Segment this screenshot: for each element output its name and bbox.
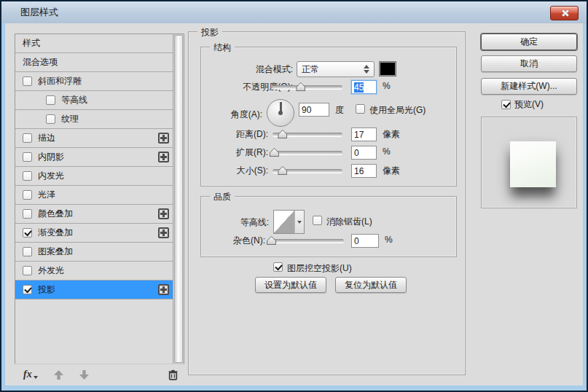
close-button[interactable] — [550, 6, 579, 20]
angle-dial[interactable] — [267, 99, 294, 127]
sidebar-item-styles[interactable]: 样式 — [15, 34, 173, 53]
noise-slider[interactable] — [270, 235, 344, 246]
new-style-button[interactable]: 新建样式(W)... — [481, 78, 577, 95]
move-effect-down-button[interactable] — [79, 370, 89, 380]
add-effect-icon[interactable] — [158, 208, 169, 219]
preview-label: 预览(V) — [514, 98, 544, 111]
fx-menu-caret-icon — [34, 376, 38, 379]
checkbox[interactable] — [23, 285, 32, 294]
sidebar-item-texture[interactable]: 纹理 — [15, 110, 173, 129]
dialog-body: 样式 混合选项 斜面和浮雕 等高线 纹理 描边 内阴影 内发光 光泽 颜色叠加 … — [5, 23, 583, 385]
slider-thumb[interactable] — [270, 148, 279, 157]
checkbox[interactable] — [23, 152, 32, 162]
sidebar-item-outer-glow[interactable]: 外发光 — [15, 262, 173, 281]
arrow-down-icon — [79, 370, 89, 380]
size-value: 16 — [354, 166, 364, 176]
sidebar-item-drop-shadow[interactable]: 投影 — [15, 281, 173, 299]
size-slider[interactable] — [273, 165, 342, 176]
slider-thumb[interactable] — [267, 236, 276, 245]
angle-input[interactable]: 90 — [299, 103, 329, 117]
reset-default-button[interactable]: 复位为默认值 — [335, 277, 407, 293]
sidebar-item-label: 混合选项 — [23, 56, 58, 68]
knockout-checkbox[interactable] — [273, 262, 283, 272]
size-input[interactable]: 16 — [351, 164, 377, 178]
distance-input[interactable]: 17 — [351, 128, 377, 141]
preview-checkbox[interactable] — [501, 100, 511, 109]
scrollbar-thumb[interactable] — [174, 35, 183, 363]
preview-toggle[interactable]: 预览(V) — [501, 98, 544, 111]
add-effect-icon[interactable] — [158, 133, 169, 144]
shadow-color-swatch[interactable] — [379, 61, 396, 77]
sidebar-item-label: 描边 — [38, 132, 55, 144]
checkbox[interactable] — [23, 247, 32, 256]
fx-menu-button[interactable]: fx — [23, 369, 32, 380]
antialias-checkbox[interactable] — [313, 216, 322, 225]
slider-track[interactable] — [270, 239, 344, 243]
make-default-button[interactable]: 设置为默认值 — [255, 277, 326, 293]
opacity-unit: % — [383, 81, 391, 91]
angle-value: 90 — [302, 105, 311, 115]
quality-group-title: 品质 — [210, 191, 235, 203]
move-effect-up-button[interactable] — [54, 370, 63, 380]
sidebar-scrollbar[interactable] — [173, 34, 184, 364]
noise-unit: % — [385, 235, 393, 245]
contour-picker[interactable] — [273, 210, 305, 234]
blend-mode-value: 正常 — [302, 63, 319, 76]
effects-list-panel: 样式 混合选项 斜面和浮雕 等高线 纹理 描边 内阴影 内发光 光泽 颜色叠加 … — [15, 34, 184, 364]
chevron-down-icon[interactable] — [295, 211, 304, 233]
opacity-input[interactable]: 45 — [351, 80, 377, 94]
cancel-button[interactable]: 取消 — [481, 55, 577, 72]
delete-effect-button[interactable] — [168, 369, 179, 380]
sidebar-item-label: 光泽 — [38, 189, 55, 201]
slider-track[interactable] — [273, 151, 342, 154]
slider-thumb[interactable] — [296, 82, 305, 91]
checkbox[interactable] — [46, 95, 55, 105]
sidebar-item-label: 颜色叠加 — [38, 208, 73, 220]
blend-mode-select[interactable]: 正常 — [297, 61, 375, 77]
sidebar-item-blending-options[interactable]: 混合选项 — [15, 53, 173, 72]
opacity-slider[interactable] — [273, 82, 342, 92]
layer-style-dialog: 图层样式 样式 混合选项 斜面和浮雕 等高线 纹理 描边 内阴影 内发光 光泽 … — [0, 0, 588, 392]
slider-thumb[interactable] — [278, 130, 287, 138]
sidebar-item-bevel-emboss[interactable]: 斜面和浮雕 — [15, 72, 173, 91]
sidebar-item-label: 样式 — [23, 37, 40, 50]
sidebar-item-stroke[interactable]: 描边 — [15, 129, 173, 148]
dialog-title: 图层样式 — [1, 6, 58, 19]
checkbox[interactable] — [23, 228, 32, 238]
ok-button[interactable]: 确定 — [481, 34, 577, 50]
add-effect-icon[interactable] — [158, 152, 169, 162]
checkbox[interactable] — [23, 209, 32, 219]
style-preview-thumbnail — [510, 141, 556, 187]
sidebar-item-satin[interactable]: 光泽 — [15, 186, 173, 205]
contour-preview-icon — [274, 211, 295, 233]
distance-slider[interactable] — [273, 129, 342, 139]
add-effect-icon[interactable] — [158, 227, 169, 238]
slider-thumb[interactable] — [278, 166, 287, 175]
spread-input[interactable]: 0 — [351, 146, 377, 160]
noise-input[interactable]: 0 — [351, 234, 379, 248]
checkbox[interactable] — [23, 266, 32, 275]
angle-label: 角度(A): — [201, 109, 262, 121]
checkbox[interactable] — [23, 190, 32, 200]
checkbox[interactable] — [23, 133, 32, 143]
sidebar-item-label: 斜面和浮雕 — [38, 75, 82, 87]
checkbox[interactable] — [23, 77, 32, 86]
slider-track[interactable] — [273, 85, 342, 89]
sidebar-item-inner-glow[interactable]: 内发光 — [15, 167, 173, 186]
sidebar-item-contour[interactable]: 等高线 — [15, 91, 173, 110]
knockout-label: 图层挖空投影(U) — [287, 262, 352, 275]
checkbox[interactable] — [23, 171, 32, 181]
spread-slider[interactable] — [273, 147, 342, 157]
size-label: 大小(S): — [201, 165, 268, 177]
antialias-label: 消除锯齿(L) — [326, 216, 372, 228]
sidebar-item-inner-shadow[interactable]: 内阴影 — [15, 148, 173, 167]
sidebar-item-gradient-overlay[interactable]: 渐变叠加 — [15, 224, 173, 243]
titlebar[interactable]: 图层样式 — [1, 1, 587, 23]
sidebar-item-color-overlay[interactable]: 颜色叠加 — [15, 205, 173, 224]
checkbox[interactable] — [46, 114, 55, 124]
add-effect-icon[interactable] — [158, 284, 169, 295]
global-light-checkbox[interactable] — [356, 104, 365, 114]
spread-unit: % — [383, 146, 391, 157]
sidebar-item-pattern-overlay[interactable]: 图案叠加 — [15, 243, 173, 262]
spread-value: 0 — [354, 148, 359, 158]
